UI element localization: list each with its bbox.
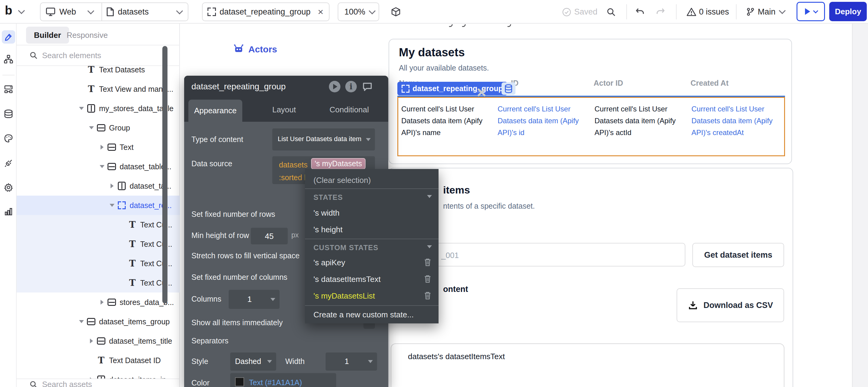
separator-style-dropdown[interactable]: Dashed bbox=[230, 353, 276, 370]
tree-item-text-datasets[interactable]: T Text Datasets bbox=[17, 66, 180, 79]
caret-down-icon[interactable] bbox=[97, 165, 107, 168]
caret-right-icon[interactable] bbox=[86, 338, 96, 344]
expression-suffix[interactable]: :sorted b bbox=[279, 173, 308, 182]
run-preview-icon[interactable] bbox=[329, 81, 340, 92]
caret-right-icon[interactable] bbox=[97, 300, 107, 304]
tree-item-dataset-items-title[interactable]: dataset_items_title bbox=[17, 331, 180, 351]
get-dataset-items-button[interactable]: Get dataset items bbox=[692, 243, 784, 267]
tree-item-my-stores-data-table[interactable]: my_stores_data_table bbox=[17, 99, 180, 118]
inspector-header[interactable]: dataset_repeating_group i bbox=[184, 76, 388, 97]
tab-builder[interactable]: Builder bbox=[26, 27, 69, 43]
cell-id-expression[interactable]: Current cell's List User Datasets data i… bbox=[498, 103, 582, 138]
dataset-content-textarea[interactable]: datasets's datasetItemsText bbox=[391, 344, 784, 387]
tree-item-text-view[interactable]: T Text View and mana... bbox=[17, 79, 180, 99]
tree-item-dataset-table[interactable]: dataset_table... bbox=[17, 157, 180, 176]
separator-width-dropdown[interactable]: 1 bbox=[326, 353, 377, 370]
cell-name-expression[interactable]: Current cell's List User Datasets data i… bbox=[401, 103, 495, 138]
selected-element-badge[interactable]: dataset_repeating_group bbox=[397, 82, 507, 95]
custom-state-mydatasetslist[interactable]: 's myDatasetsList bbox=[313, 291, 375, 301]
tree-item-dataset-repeating-group-selected[interactable]: dataset_re... bbox=[17, 196, 180, 215]
tree-item-text-group[interactable]: Text bbox=[17, 137, 180, 157]
custom-state-datasetitemstext[interactable]: 's datasetItemsText bbox=[313, 275, 381, 284]
search-elements-box[interactable]: Search elements bbox=[17, 45, 180, 66]
caret-down-icon[interactable] bbox=[107, 204, 117, 207]
state-item-width[interactable]: 's width bbox=[313, 208, 340, 218]
delete-state-icon[interactable] bbox=[424, 257, 432, 266]
logo-chevron-icon[interactable] bbox=[18, 7, 25, 14]
data-source-chip[interactable] bbox=[501, 83, 516, 95]
tree-item-text-current-1[interactable]: T Text Cu... bbox=[17, 215, 180, 234]
close-inspector-icon[interactable] bbox=[477, 88, 486, 97]
tree-item-dataset-items-group[interactable]: dataset_items_group bbox=[17, 312, 180, 331]
page-chevron-icon[interactable] bbox=[176, 7, 183, 14]
expression-selected-segment[interactable]: 's myDatasets bbox=[311, 158, 366, 169]
tab-responsive[interactable]: Responsive bbox=[67, 27, 108, 43]
clear-selection-item[interactable]: (Clear selection) bbox=[313, 175, 371, 185]
tab-appearance[interactable]: Appearance bbox=[188, 100, 242, 122]
styles-palette-icon[interactable] bbox=[4, 133, 13, 143]
section-collapse-icon[interactable] bbox=[427, 245, 432, 248]
separator-color-field[interactable]: Text (#1A1A1A) bbox=[230, 373, 336, 387]
design-mode-button[interactable] bbox=[2, 30, 15, 43]
caret-down-icon[interactable] bbox=[86, 126, 96, 129]
workflow-sitemap-icon[interactable] bbox=[4, 55, 13, 64]
info-icon[interactable]: i bbox=[345, 81, 357, 92]
component-cube-icon[interactable] bbox=[391, 7, 401, 17]
search-icon[interactable] bbox=[606, 7, 616, 17]
search-assets-box[interactable]: Search assets bbox=[17, 379, 180, 387]
custom-states-section-header[interactable]: CUSTOM STATES bbox=[313, 244, 378, 252]
columns-dropdown[interactable]: 1 bbox=[229, 290, 280, 309]
tree-item-text-current-3[interactable]: T Text Cu... bbox=[17, 254, 180, 273]
caret-right-icon[interactable] bbox=[97, 145, 107, 150]
separator-color-value[interactable]: Text (#1A1A1A) bbox=[249, 378, 302, 387]
section-collapse-icon[interactable] bbox=[427, 195, 432, 198]
tree-item-group[interactable]: Group bbox=[17, 118, 180, 137]
comment-bubble-icon[interactable] bbox=[362, 81, 373, 92]
custom-state-apikey[interactable]: 's apiKey bbox=[313, 258, 345, 267]
tree-item-dataset-items-in[interactable]: dataset_items_in... bbox=[17, 370, 180, 379]
platform-label[interactable]: Web bbox=[59, 7, 76, 17]
undo-icon[interactable] bbox=[635, 7, 645, 17]
states-section-header[interactable]: STATES bbox=[313, 193, 343, 202]
create-custom-state-item[interactable]: Create a new custom state... bbox=[313, 310, 414, 320]
delete-state-icon[interactable] bbox=[424, 291, 432, 300]
expression-prefix[interactable]: datasets bbox=[279, 161, 308, 169]
close-tab-icon[interactable]: × bbox=[318, 6, 323, 18]
tree-item-dataset-ta[interactable]: dataset_ta... bbox=[17, 176, 180, 196]
tab-conditional[interactable]: Conditional bbox=[314, 97, 384, 122]
tree-scrollbar[interactable] bbox=[162, 46, 167, 303]
branch-name[interactable]: Main bbox=[758, 7, 776, 17]
delete-state-icon[interactable] bbox=[424, 274, 432, 283]
caret-right-icon[interactable] bbox=[107, 184, 117, 188]
page-label[interactable]: datasets bbox=[118, 7, 149, 17]
database-icon[interactable] bbox=[4, 109, 13, 119]
state-item-height[interactable]: 's height bbox=[313, 225, 343, 234]
element-tab[interactable]: dataset_repeating_group × bbox=[202, 2, 330, 21]
download-csv-button[interactable]: Download as CSV bbox=[677, 288, 784, 322]
redo-icon[interactable] bbox=[655, 7, 666, 17]
settings-gear-icon[interactable] bbox=[4, 183, 13, 192]
tree-item-text-current-4[interactable]: T Text Cu... bbox=[17, 273, 180, 292]
deploy-button[interactable]: Deploy bbox=[829, 2, 867, 21]
platform-chevron-icon[interactable] bbox=[88, 7, 94, 14]
tree-item-text-current-2[interactable]: T Text Cu... bbox=[17, 234, 180, 254]
cell-actid-expression[interactable]: Current cell's List User Datasets data i… bbox=[594, 103, 676, 138]
bubble-logo[interactable]: b bbox=[5, 4, 12, 17]
components-icon[interactable] bbox=[4, 84, 13, 94]
cell-createdat-expression[interactable]: Current cell's List User Datasets data i… bbox=[691, 103, 785, 138]
preview-button[interactable] bbox=[797, 2, 825, 21]
branch-chevron-icon[interactable] bbox=[779, 7, 786, 14]
caret-down-icon[interactable] bbox=[76, 320, 86, 323]
plugins-icon[interactable] bbox=[4, 158, 13, 168]
logs-chart-icon[interactable] bbox=[4, 207, 13, 217]
caret-down-icon[interactable] bbox=[76, 107, 86, 110]
min-height-input[interactable]: 45 bbox=[251, 228, 288, 245]
issues-count[interactable]: 0 issues bbox=[699, 7, 729, 17]
tree-item-text-dataset-id[interactable]: T Text Dataset ID bbox=[17, 351, 180, 370]
dataset-repeating-group-element[interactable]: Current cell's List User Datasets data i… bbox=[397, 97, 785, 156]
zoom-selector[interactable]: 100% bbox=[338, 2, 379, 21]
type-of-content-dropdown[interactable]: List User Datasets data item bbox=[272, 128, 375, 151]
color-swatch[interactable] bbox=[235, 377, 244, 386]
tab-layout[interactable]: Layout bbox=[254, 97, 314, 122]
dataset-id-input[interactable]: _001 bbox=[399, 243, 685, 266]
